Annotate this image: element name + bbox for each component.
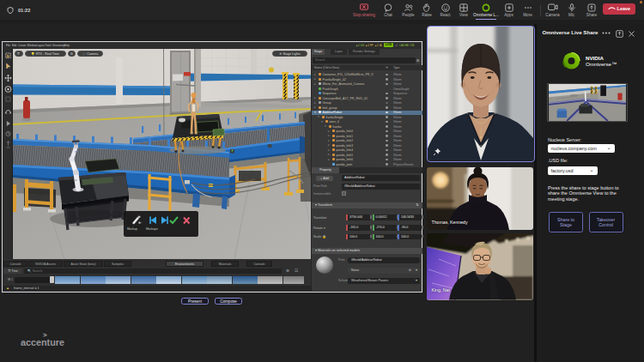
- svg-text:NVIDIA: NVIDIA: [586, 55, 605, 61]
- svg-text:Omniverse™: Omniverse™: [586, 61, 617, 67]
